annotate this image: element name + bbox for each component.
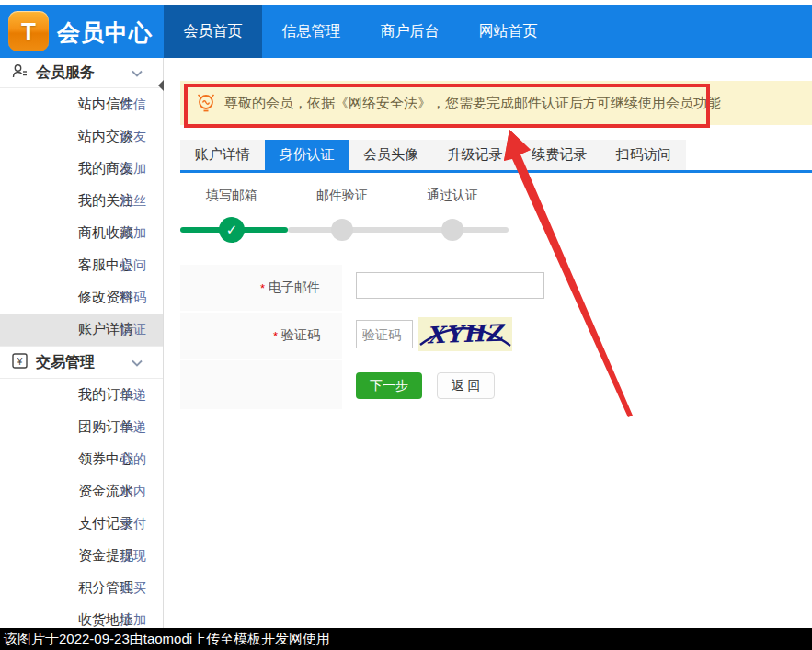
nav-item-site-home[interactable]: 网站首页 [459, 5, 557, 58]
lightbulb-icon [196, 92, 216, 114]
progress-track [288, 227, 509, 233]
sidebar-item-withdrawal[interactable]: 资金提现 提现 [0, 540, 163, 572]
sidebar-item-account-details[interactable]: 账户详情 认证 [0, 314, 163, 346]
step-circle-pending [331, 219, 353, 241]
nav-item-merchant-backend[interactable]: 商户后台 [360, 5, 459, 58]
captcha-field[interactable] [356, 320, 413, 348]
notice-text: 尊敬的会员，依据《网络安全法》，您需要完成邮件认证后方可继续使用会员功能 [224, 95, 721, 112]
next-step-button[interactable]: 下一步 [356, 372, 422, 399]
sidebar-item-action[interactable]: 添加 [120, 161, 146, 177]
back-button[interactable]: 返 回 [437, 372, 495, 399]
sidebar-item-action[interactable]: 提问 [120, 257, 146, 274]
sidebar-section-trade-management[interactable]: ¥ 交易管理 [0, 346, 163, 379]
email-label: 电子邮件 [269, 279, 320, 296]
sidebar-item-action[interactable]: 认证 [120, 322, 146, 338]
tab-upgrade-records[interactable]: 升级记录 [433, 140, 518, 170]
tab-member-avatar[interactable]: 会员头像 [349, 140, 433, 170]
member-center-page: T 会员中心 会员首页 信息管理 商户后台 网站首页 会员服务 站内信件 发信 … [0, 0, 812, 650]
page-title: 会员中心 [57, 17, 153, 48]
sidebar-item-fund-flow[interactable]: 资金流水 站内 [0, 475, 163, 507]
detail-tabstrip: 账户详情 身份认证 会员头像 升级记录 续费记录 扫码访问 [180, 140, 686, 170]
sidebar-item-action[interactable]: 密码 [120, 290, 146, 306]
sidebar-item-action[interactable]: 快递 [120, 387, 146, 404]
sidebar-item-action[interactable]: 添加 [120, 612, 146, 629]
logo-letter: T [21, 17, 36, 46]
watermark-bar: 该图片于2022-09-23由taomodi上传至模板开发网使用 [0, 628, 812, 650]
sidebar-item-action[interactable]: 我的 [120, 451, 146, 468]
sidebar-item-coupon-center[interactable]: 领券中心 我的 [0, 443, 163, 475]
site-logo[interactable]: T [8, 11, 49, 51]
sidebar-item-action[interactable]: 发信 [120, 97, 146, 113]
tab-renewal-records[interactable]: 续费记录 [517, 140, 601, 170]
top-header: T 会员中心 会员首页 信息管理 商户后台 网站首页 [0, 5, 812, 58]
nav-item-member-home[interactable]: 会员首页 [164, 5, 262, 58]
buttons-label-cell [180, 360, 342, 409]
sidebar-item-action[interactable]: 好友 [120, 129, 146, 145]
sidebar-item-points-management[interactable]: 积分管理 购买 [0, 572, 163, 604]
tab-underline [180, 170, 812, 173]
top-nav: 会员首页 信息管理 商户后台 网站首页 [164, 5, 557, 58]
yen-box-icon: ¥ [12, 353, 28, 372]
watermark-text: 该图片于2022-09-23由taomodi上传至模板开发网使用 [0, 631, 330, 648]
email-field[interactable] [356, 272, 544, 299]
sidebar-section-label: 会员服务 [36, 63, 95, 83]
sidebar-item-payment-records[interactable]: 支付记录 支付 [0, 507, 163, 540]
sidebar: 会员服务 站内信件 发信 站内交谈 好友 我的商友 添加 我的关注 粉丝 商机收… [0, 58, 164, 650]
tab-qrcode-access[interactable]: 扫码访问 [601, 140, 686, 170]
sidebar-item-edit-profile[interactable]: 修改资料 密码 [0, 281, 163, 314]
check-icon: ✓ [226, 222, 238, 238]
sidebar-section-member-services[interactable]: 会员服务 [0, 58, 163, 88]
sidebar-item-action[interactable]: 购买 [120, 580, 146, 597]
sidebar-collapse-handle[interactable] [158, 80, 164, 91]
captcha-label-cell: * 验证码 [180, 313, 342, 359]
sidebar-item-action[interactable]: 站内 [120, 484, 146, 500]
tab-account-details[interactable]: 账户详情 [180, 140, 265, 170]
sidebar-item-group-orders[interactable]: 团购订单 快递 [0, 411, 163, 443]
captcha-noise-line [418, 317, 512, 351]
required-mark: * [260, 281, 265, 295]
sidebar-item-action[interactable]: 粉丝 [120, 193, 146, 210]
sidebar-section-label: 交易管理 [36, 353, 95, 372]
sidebar-item-chat[interactable]: 站内交谈 好友 [0, 120, 163, 153]
nav-item-info-management[interactable]: 信息管理 [262, 5, 360, 58]
person-icon [12, 63, 28, 83]
sidebar-item-following[interactable]: 我的关注 粉丝 [0, 185, 163, 217]
step-label-verified: 通过认证 [411, 188, 494, 204]
sidebar-item-action[interactable]: 添加 [120, 225, 146, 242]
chevron-down-icon[interactable] [132, 354, 143, 371]
captcha-label: 验证码 [281, 327, 320, 344]
sidebar-item-action[interactable]: 支付 [120, 516, 146, 532]
security-notice-banner: 尊敬的会员，依据《网络安全法》，您需要完成邮件认证后方可继续使用会员功能 [180, 81, 812, 125]
chevron-down-icon[interactable] [132, 64, 143, 81]
step-circle-done-icon: ✓ [219, 217, 245, 243]
svg-text:¥: ¥ [17, 356, 23, 366]
sidebar-item-action[interactable]: 提现 [120, 548, 146, 564]
tab-identity-verification[interactable]: 身份认证 [265, 140, 349, 170]
sidebar-item-my-orders[interactable]: 我的订单 快递 [0, 379, 163, 411]
captcha-image[interactable]: XYHZ [418, 317, 512, 351]
step-label-email-verify: 邮件验证 [301, 188, 383, 204]
step-circle-pending [441, 219, 463, 241]
email-label-cell: * 电子邮件 [180, 265, 342, 311]
sidebar-item-customer-service[interactable]: 客服中心 提问 [0, 249, 163, 281]
step-label-fill-email: 填写邮箱 [190, 188, 273, 204]
sidebar-item-messages[interactable]: 站内信件 发信 [0, 88, 163, 120]
required-mark: * [273, 329, 278, 343]
sidebar-item-action[interactable]: 快递 [120, 419, 146, 436]
sidebar-item-opportunity-favorites[interactable]: 商机收藏 添加 [0, 217, 163, 249]
sidebar-item-business-friends[interactable]: 我的商友 添加 [0, 153, 163, 185]
